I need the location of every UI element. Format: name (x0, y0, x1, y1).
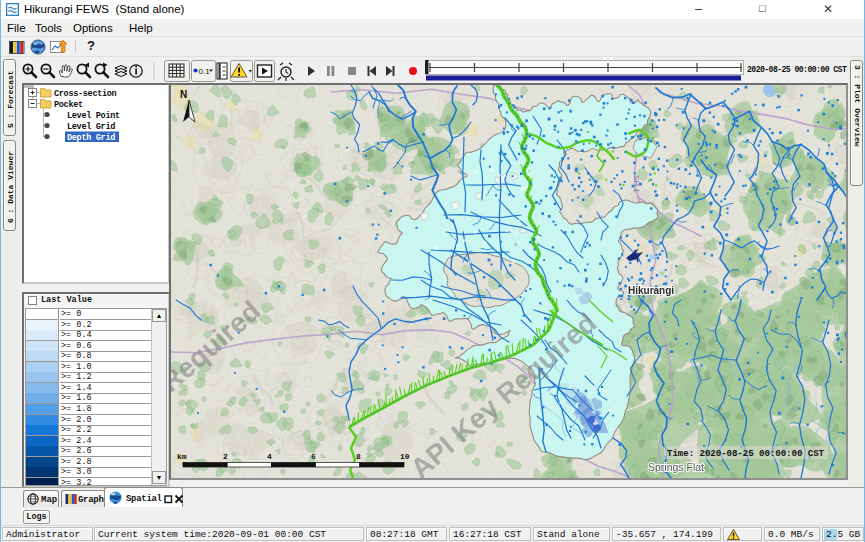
svg-text:4: 4 (267, 452, 272, 461)
svg-text:2: 2 (223, 452, 228, 461)
svg-text:8: 8 (356, 452, 361, 461)
svg-text:Level Point: Level Point (67, 111, 120, 121)
svg-text:10: 10 (400, 452, 410, 461)
svg-text:Level Grid: Level Grid (67, 122, 115, 132)
svg-text:N: N (180, 89, 187, 100)
svg-text:Time: 2020-08-25 00:00:00 CST: Time: 2020-08-25 00:00:00 CST (667, 448, 825, 459)
svg-text:km: km (177, 452, 187, 461)
svg-text:Depth Grid: Depth Grid (67, 133, 115, 143)
svg-text:SH 1: SH 1 (632, 175, 641, 193)
svg-text:6: 6 (311, 452, 316, 461)
svg-text:Hikurangi: Hikurangi (628, 285, 674, 296)
svg-text:0.1: 0.1 (199, 67, 211, 76)
svg-text:Pocket: Pocket (54, 100, 83, 110)
svg-text:Cross-section: Cross-section (54, 89, 117, 99)
svg-text:Springs Flat: Springs Flat (648, 461, 704, 473)
